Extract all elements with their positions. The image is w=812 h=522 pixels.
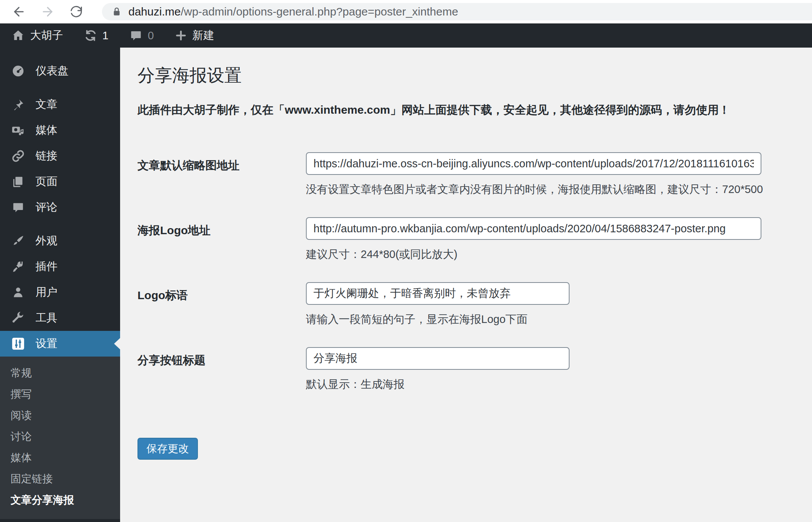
form-row-button-title: 分享按钮标题 默认显示：生成海报 xyxy=(137,347,812,392)
browser-toolbar: dahuzi.me/wp-admin/options-general.php?p… xyxy=(0,0,812,23)
back-icon[interactable] xyxy=(11,3,27,20)
submenu-item-reading[interactable]: 阅读 xyxy=(0,405,120,426)
submenu-item-media[interactable]: 媒体 xyxy=(0,447,120,468)
wp-admin-bar: 大胡子 1 0 新建 xyxy=(0,23,812,48)
site-name: 大胡子 xyxy=(30,28,63,43)
settings-sliders-icon xyxy=(11,336,26,351)
update-icon xyxy=(84,29,97,42)
home-icon xyxy=(11,29,25,42)
sidebar-item-label: 工具 xyxy=(36,310,57,326)
submenu-item-permalinks[interactable]: 固定链接 xyxy=(0,468,120,490)
sidebar-item-pages[interactable]: 页面 xyxy=(0,169,120,195)
share-button-title-input[interactable] xyxy=(306,347,570,370)
field-helper: 建议尺寸：244*80(或同比放大) xyxy=(306,247,761,262)
sidebar-item-label: 文章 xyxy=(36,97,57,112)
sidebar-item-label: 链接 xyxy=(36,148,57,164)
submenu-item-poster[interactable]: 文章分享海报 xyxy=(0,490,120,511)
submenu-label: 文章分享海报 xyxy=(11,493,74,507)
sidebar-item-posts[interactable]: 文章 xyxy=(0,92,120,117)
sidebar-item-label: 设置 xyxy=(36,336,57,351)
active-item-notch xyxy=(114,338,120,349)
plus-icon xyxy=(175,29,187,42)
field-label: 文章默认缩略图地址 xyxy=(137,152,306,197)
comments-icon xyxy=(11,200,26,215)
reload-icon[interactable] xyxy=(68,3,85,20)
adminbar-updates[interactable]: 1 xyxy=(84,29,108,42)
new-label: 新建 xyxy=(192,28,214,43)
form-row-logo-slogan: Logo标语 请输入一段简短的句子，显示在海报Logo下面 xyxy=(137,282,812,327)
sidebar-item-dashboard[interactable]: 仪表盘 xyxy=(0,58,120,84)
comment-count: 0 xyxy=(148,29,154,42)
thumbnail-url-input[interactable] xyxy=(306,152,761,175)
plug-icon xyxy=(11,259,26,274)
submenu-item-writing[interactable]: 撰写 xyxy=(0,384,120,405)
sidebar-item-users[interactable]: 用户 xyxy=(0,280,120,305)
sidebar-item-label: 评论 xyxy=(36,200,57,215)
field-label: 分享按钮标题 xyxy=(137,347,306,392)
submenu-label: 撰写 xyxy=(11,387,32,402)
submenu-item-general[interactable]: 常规 xyxy=(0,363,120,384)
forward-icon[interactable] xyxy=(39,3,56,20)
sidebar-item-plugins[interactable]: 插件 xyxy=(0,254,120,280)
sidebar-item-label: 仪表盘 xyxy=(36,63,68,79)
url-host: dahuzi.me xyxy=(128,5,181,18)
sidebar-item-label: 插件 xyxy=(36,259,57,274)
sidebar-item-label: 媒体 xyxy=(36,123,57,138)
brush-icon xyxy=(11,233,26,249)
page-title: 分享海报设置 xyxy=(137,65,812,86)
admin-sidebar: 仪表盘 文章 媒体 链接 页面 评论 外观 xyxy=(0,48,120,522)
sidebar-item-settings[interactable]: 设置 xyxy=(0,331,120,357)
url-path: /wp-admin/options-general.php?page=poste… xyxy=(181,5,458,18)
submenu-item-discussion[interactable]: 讨论 xyxy=(0,426,120,447)
sidebar-item-tools[interactable]: 工具 xyxy=(0,305,120,331)
sidebar-item-links[interactable]: 链接 xyxy=(0,143,120,169)
form-row-thumbnail: 文章默认缩略图地址 没有设置文章特色图片或者文章内没有图片的时候，海报使用默认缩… xyxy=(137,152,812,197)
submenu-label: 讨论 xyxy=(11,429,32,444)
save-button[interactable]: 保存更改 xyxy=(137,438,198,460)
settings-submenu: 常规 撰写 阅读 讨论 媒体 固定链接 文章分享海报 xyxy=(0,357,120,519)
field-helper: 没有设置文章特色图片或者文章内没有图片的时候，海报使用默认缩略图，建议尺寸：72… xyxy=(306,182,763,197)
plugin-notice: 此插件由大胡子制作，仅在「www.xintheme.com」网站上面提供下载，安… xyxy=(137,102,812,117)
poster-settings-form: 文章默认缩略图地址 没有设置文章特色图片或者文章内没有图片的时候，海报使用默认缩… xyxy=(137,152,812,460)
wrench-icon xyxy=(11,310,26,326)
url-text: dahuzi.me/wp-admin/options-general.php?p… xyxy=(128,5,458,18)
dashboard-icon xyxy=(11,63,26,79)
user-icon xyxy=(11,285,26,300)
menu-separator xyxy=(0,84,120,92)
adminbar-new[interactable]: 新建 xyxy=(175,28,214,43)
field-helper: 默认显示：生成海报 xyxy=(306,377,570,392)
settings-page: 分享海报设置 此插件由大胡子制作，仅在「www.xintheme.com」网站上… xyxy=(120,48,812,522)
sidebar-item-appearance[interactable]: 外观 xyxy=(0,228,120,254)
submenu-label: 媒体 xyxy=(11,451,32,465)
field-helper: 请输入一段简短的句子，显示在海报Logo下面 xyxy=(306,312,570,327)
submenu-label: 阅读 xyxy=(11,408,32,423)
submenu-label: 常规 xyxy=(11,366,32,380)
pushpin-icon xyxy=(11,97,26,112)
sidebar-item-media[interactable]: 媒体 xyxy=(0,117,120,143)
logo-slogan-input[interactable] xyxy=(306,282,570,305)
lock-icon xyxy=(112,6,122,17)
link-icon xyxy=(11,148,26,164)
adminbar-comments[interactable]: 0 xyxy=(130,29,154,42)
sidebar-item-label: 外观 xyxy=(36,233,57,249)
camera-music-icon xyxy=(11,123,26,138)
sidebar-item-label: 用户 xyxy=(36,285,57,300)
sidebar-item-comments[interactable]: 评论 xyxy=(0,195,120,220)
form-row-logo-url: 海报Logo地址 建议尺寸：244*80(或同比放大) xyxy=(137,217,812,262)
update-count: 1 xyxy=(102,29,108,42)
comment-icon xyxy=(130,29,142,42)
address-bar[interactable]: dahuzi.me/wp-admin/options-general.php?p… xyxy=(102,3,812,20)
sidebar-item-label: 页面 xyxy=(36,174,57,189)
menu-separator xyxy=(0,220,120,228)
adminbar-site-link[interactable]: 大胡子 xyxy=(11,28,63,43)
logo-url-input[interactable] xyxy=(306,217,761,240)
submenu-label: 固定链接 xyxy=(11,472,53,486)
field-label: 海报Logo地址 xyxy=(137,217,306,262)
pages-icon xyxy=(11,174,26,189)
field-label: Logo标语 xyxy=(137,282,306,327)
